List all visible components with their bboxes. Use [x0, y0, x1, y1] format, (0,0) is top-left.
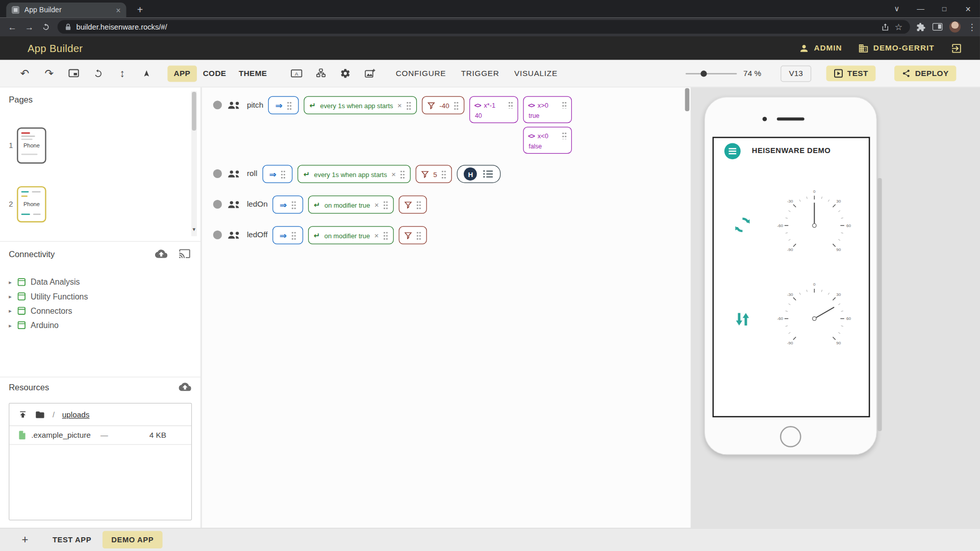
expand-caret-icon[interactable]: ▸: [9, 293, 17, 299]
drag-handle[interactable]: [508, 101, 513, 109]
undo-button[interactable]: ↶: [13, 64, 37, 83]
deploy-button[interactable]: DEPLOY: [894, 66, 956, 82]
drag-handle[interactable]: [562, 132, 567, 139]
drag-handle[interactable]: [281, 169, 286, 178]
mode-app-button[interactable]: APP: [167, 65, 196, 82]
new-tab-button[interactable]: +: [133, 3, 147, 17]
page-item-1[interactable]: Phone: [17, 128, 46, 164]
browser-tab[interactable]: App Builder ×: [6, 3, 126, 17]
vertical-resize-button[interactable]: ↕: [110, 64, 135, 83]
tree-item-arduino[interactable]: ▸ Arduino: [0, 318, 188, 332]
admin-user[interactable]: ADMIN: [799, 43, 842, 54]
pip-button[interactable]: [61, 64, 86, 83]
logout-icon[interactable]: [950, 42, 962, 54]
remove-event-icon[interactable]: ×: [374, 232, 379, 239]
page-item-2[interactable]: Phone: [17, 186, 46, 222]
address-bar[interactable]: builder.heisenware.rocks/#/ ☆: [58, 20, 910, 34]
drag-handle[interactable]: [291, 231, 296, 239]
folder-icon[interactable]: [35, 410, 45, 419]
drag-handle[interactable]: [383, 200, 388, 209]
bookmark-star-icon[interactable]: ☆: [895, 22, 902, 31]
configure-menu[interactable]: CONFIGURE: [388, 65, 454, 82]
app-tab-test-app[interactable]: TEST APP: [46, 531, 98, 548]
resources-upload-icon[interactable]: [179, 382, 191, 391]
row-status-dot[interactable]: [213, 200, 222, 209]
forward-button[interactable]: →: [20, 22, 37, 32]
browser-menu-icon[interactable]: ⋮: [967, 22, 976, 31]
preview-scrollbar-thumb[interactable]: [877, 178, 882, 431]
tree-item-connectors[interactable]: ▸ Connectors: [0, 304, 188, 318]
minimize-button[interactable]: —: [909, 0, 933, 17]
remove-event-icon[interactable]: ×: [397, 102, 402, 109]
expand-caret-icon[interactable]: ▸: [9, 308, 17, 314]
filter-block[interactable]: [398, 226, 426, 244]
rotate-button[interactable]: [86, 64, 110, 83]
scroll-down-icon[interactable]: ▾: [190, 226, 198, 232]
drag-handle[interactable]: [562, 101, 567, 109]
url-text[interactable]: builder.heisenware.rocks/#/: [76, 22, 876, 31]
zoom-slider-knob[interactable]: [701, 70, 707, 77]
function-block[interactable]: ⇒: [273, 195, 304, 214]
add-app-button[interactable]: +: [19, 533, 32, 546]
version-button[interactable]: V13: [781, 65, 811, 82]
filter-block[interactable]: [399, 195, 427, 214]
filter-block[interactable]: 5: [416, 165, 452, 183]
remove-event-icon[interactable]: ×: [374, 201, 379, 209]
flow-canvas[interactable]: pitch ⇒ ↵ every 1s when app starts × -40…: [201, 87, 690, 528]
uploads-link[interactable]: uploads: [62, 410, 90, 419]
tree-item-utility-functions[interactable]: ▸ Utility Functions: [0, 289, 188, 304]
drag-handle[interactable]: [287, 101, 292, 110]
event-block[interactable]: ↵ on modifier true ×: [308, 226, 394, 244]
window-close-button[interactable]: ×: [956, 0, 980, 17]
drag-handle[interactable]: [416, 200, 421, 209]
drag-handle[interactable]: [400, 169, 405, 178]
widget-block[interactable]: H: [457, 165, 501, 183]
settings-tool-button[interactable]: [333, 64, 358, 83]
row-status-dot[interactable]: [213, 169, 222, 178]
tab-close-icon[interactable]: ×: [116, 6, 120, 14]
expand-caret-icon[interactable]: ▸: [9, 322, 17, 328]
workspace-selector[interactable]: DEMO-GERRIT: [858, 43, 934, 54]
zoom-slider[interactable]: [686, 73, 737, 74]
function-block[interactable]: ⇒: [272, 226, 303, 244]
drag-handle[interactable]: [454, 101, 459, 110]
canvas-scrollbar-thumb[interactable]: [685, 88, 690, 111]
app-tab-demo-app[interactable]: DEMO APP: [103, 531, 162, 548]
mode-code-button[interactable]: CODE: [196, 65, 232, 82]
drag-handle[interactable]: [291, 200, 296, 209]
mode-theme-button[interactable]: THEME: [233, 65, 273, 82]
share-icon[interactable]: [882, 22, 890, 31]
drag-handle[interactable]: [383, 231, 388, 239]
add-image-button[interactable]: [358, 64, 382, 83]
up-directory-button[interactable]: [18, 410, 28, 419]
pages-scrollbar-thumb[interactable]: [192, 92, 196, 131]
trigger-menu[interactable]: TRIGGER: [454, 65, 507, 82]
row-status-dot[interactable]: [213, 101, 222, 109]
drag-handle[interactable]: [416, 231, 421, 239]
textfield-tool-button[interactable]: A: [285, 64, 309, 83]
cast-icon[interactable]: [179, 248, 190, 259]
widget-tree-button[interactable]: [309, 64, 333, 83]
drag-handle[interactable]: [406, 101, 411, 110]
filter-block[interactable]: -40: [422, 96, 464, 115]
mapper-block[interactable]: <> x>0 true: [523, 96, 572, 123]
back-button[interactable]: ←: [4, 22, 20, 32]
visualize-menu[interactable]: VISUALIZE: [507, 65, 565, 82]
event-block[interactable]: ↵ every 1s when app starts ×: [298, 165, 411, 183]
maximize-button[interactable]: □: [933, 0, 957, 17]
window-menu-icon[interactable]: ∨: [885, 0, 909, 17]
drag-handle[interactable]: [441, 169, 446, 178]
extensions-icon[interactable]: [916, 22, 925, 31]
row-status-dot[interactable]: [213, 231, 222, 239]
connectivity-upload-icon[interactable]: [155, 248, 168, 258]
test-button[interactable]: TEST: [826, 66, 875, 82]
remove-event-icon[interactable]: ×: [391, 170, 396, 178]
mapper-block[interactable]: <> x<0 false: [523, 127, 572, 154]
side-panel-icon[interactable]: [933, 23, 943, 31]
file-row[interactable]: .example_picture — 4 KB: [9, 426, 191, 445]
event-block[interactable]: ↵ on modifier true ×: [308, 195, 394, 214]
function-block[interactable]: ⇒: [268, 96, 299, 115]
mapper-block[interactable]: <> x*-1 40: [469, 96, 518, 123]
redo-button[interactable]: ↷: [37, 64, 61, 83]
pointer-button[interactable]: [134, 64, 159, 83]
